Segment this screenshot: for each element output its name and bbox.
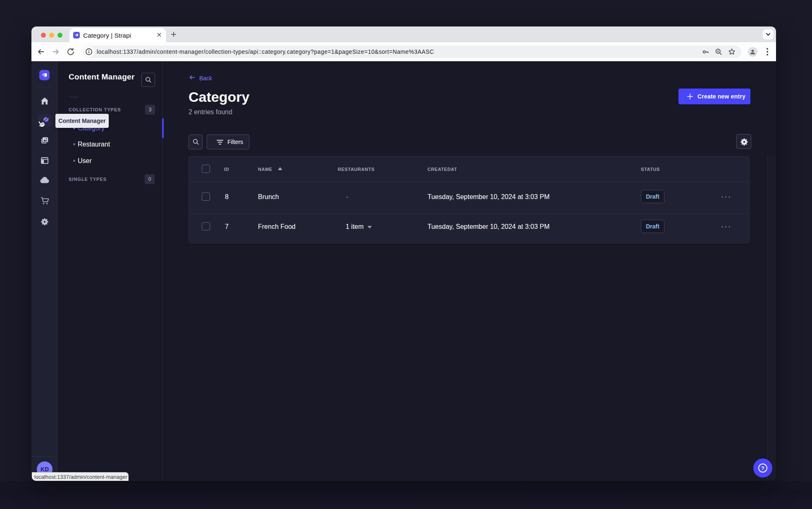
svg-text:?: ? xyxy=(761,465,764,471)
